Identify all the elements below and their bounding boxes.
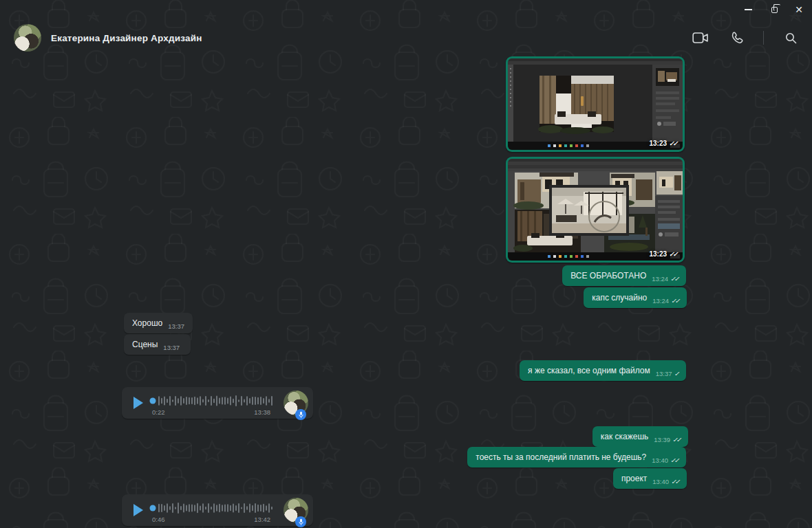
whatsapp-window: ✕ Екатерина Дизайнер Архдизайн (0, 0, 812, 528)
voice-call-button[interactable] (727, 29, 745, 47)
message-bubble[interactable]: тоесть ты за последний платить не будешь… (467, 447, 686, 468)
header-divider (763, 31, 764, 45)
voice-message[interactable]: 0:46 13:42 (122, 494, 313, 526)
message-time: 13:37 (163, 344, 180, 352)
message-text: капс случайно (592, 293, 647, 303)
message-bubble[interactable]: ВСЕ ОБРАБОТАНО 13:24✓✓ (562, 265, 686, 286)
contact-name[interactable]: Екатерина Дизайнер Архдизайн (51, 33, 202, 43)
message-text: тоесть ты за последний платить не будешь… (476, 452, 646, 463)
image-message[interactable]: 13:23 ✓✓ (506, 157, 685, 263)
video-call-icon (692, 32, 709, 44)
voice-call-icon (730, 32, 743, 45)
message-bubble[interactable]: Сцены 13:37 (124, 334, 191, 355)
read-ticks-icon: ✓✓ (670, 275, 679, 283)
sender-avatar[interactable] (284, 498, 308, 522)
message-time: 13:42 (254, 516, 270, 523)
photoshop-screenshot-interior (508, 58, 683, 150)
read-ticks-icon: ✓✓ (669, 250, 678, 258)
message-time: 13:23 (650, 250, 667, 258)
voice-duration: 0:46 (152, 516, 165, 523)
message-time: 13:40 (652, 478, 669, 486)
search-icon (785, 32, 797, 44)
search-button[interactable] (782, 29, 800, 47)
message-text: Сцены (132, 340, 158, 350)
read-ticks-icon: ✓✓ (670, 456, 679, 465)
message-time: 13:40 (652, 456, 668, 465)
message-time: 13:39 (654, 436, 670, 444)
message-text: Хорошо (132, 318, 162, 329)
message-bubble[interactable]: проект 13:40✓✓ (613, 468, 687, 489)
mic-badge-icon (295, 516, 306, 527)
contact-avatar[interactable] (14, 24, 41, 52)
voice-message[interactable]: 0:22 13:38 (122, 387, 313, 419)
message-text: ВСЕ ОБРАБОТАНО (570, 271, 646, 281)
photoshop-screenshot-exterior-collage (508, 159, 683, 261)
sent-tick-icon: ✓ (674, 370, 679, 378)
message-text: как скажешь (601, 432, 649, 442)
message-bubble[interactable]: я же сказал, все одним файлом 13:37✓ (520, 360, 686, 381)
message-bubble[interactable]: как скажешь 13:39✓✓ (592, 426, 688, 447)
read-ticks-icon: ✓✓ (669, 140, 678, 147)
read-ticks-icon: ✓✓ (671, 478, 680, 486)
message-time: 13:24 (652, 297, 669, 305)
chat-wallpaper (0, 0, 812, 528)
video-call-button[interactable] (692, 29, 709, 47)
message-time: 13:37 (656, 370, 672, 378)
mic-badge-icon (295, 409, 306, 420)
read-ticks-icon: ✓✓ (672, 436, 681, 444)
message-bubble[interactable]: Хорошо 13:37 (124, 313, 193, 333)
minimize-button[interactable] (736, 0, 760, 19)
message-text: проект (621, 474, 647, 484)
message-time: 13:24 (652, 275, 668, 283)
read-ticks-icon: ✓✓ (671, 297, 680, 305)
restore-icon (771, 7, 778, 13)
voice-duration: 0:22 (152, 408, 165, 416)
message-text: я же сказал, все одним файлом (528, 366, 650, 376)
chat-header: Екатерина Дизайнер Архдизайн (0, 19, 812, 56)
sender-avatar[interactable] (284, 390, 308, 415)
message-time: 13:23 (650, 140, 667, 147)
message-bubble[interactable]: капс случайно 13:24✓✓ (584, 287, 687, 308)
close-icon: ✕ (795, 5, 803, 14)
message-time: 13:37 (168, 322, 184, 331)
message-time: 13:38 (254, 408, 270, 416)
minimize-icon (745, 9, 752, 10)
image-message[interactable]: 13:23 ✓✓ (506, 56, 685, 152)
close-button[interactable]: ✕ (787, 0, 811, 19)
restore-button[interactable] (762, 0, 786, 19)
titlebar: ✕ (0, 0, 812, 19)
